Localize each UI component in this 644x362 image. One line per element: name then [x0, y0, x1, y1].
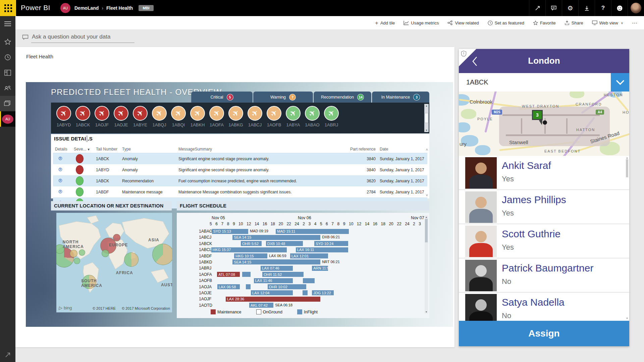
gantt-scrollbar[interactable]: ▲▼ — [425, 216, 428, 313]
flight-segment-inflight[interactable]: SYD 15:13 — [212, 229, 248, 234]
column-header-details[interactable]: Details — [53, 145, 72, 153]
aircraft-1ABCK[interactable]: ✈1ABCK — [75, 106, 90, 133]
collapse-expand-icon[interactable] — [0, 350, 15, 360]
aircraft-1ABYA[interactable]: ✈1ABYA — [286, 106, 301, 133]
aircraft-1ABCJ[interactable]: ✈1ABCJ — [248, 106, 262, 133]
issue-row[interactable]: 1ABCKAnomalySignificant engine second st… — [53, 153, 427, 165]
table-scroll-up-icon[interactable]: ˄ — [426, 147, 428, 152]
column-header-part-reference[interactable]: Part reference — [344, 145, 378, 153]
aircraft-1ABYE[interactable]: ✈1ABYE — [133, 106, 148, 133]
feedback-icon[interactable] — [545, 0, 562, 16]
issue-details-cell[interactable] — [53, 164, 72, 175]
column-header-seve-[interactable]: Seve... ▼ — [72, 145, 94, 153]
flight-segment-inflight[interactable]: SEA 14:15 — [232, 235, 320, 240]
issue-row[interactable]: 1ABCKRecommendationFuel consumption incr… — [53, 175, 427, 186]
london-map[interactable]: ColnbrookPOYLEWEST DRAYTONCRANFORDHESTON… — [459, 92, 629, 156]
workspaces-icon[interactable] — [0, 96, 15, 111]
aircraft-1ABKH[interactable]: ✈1ABKH — [190, 106, 205, 133]
shield-alert-icon[interactable] — [461, 51, 467, 58]
breadcrumb-page[interactable]: Fleet Health — [106, 5, 133, 11]
flight-segment-inflight[interactable]: HKG 10:15 — [234, 253, 267, 258]
issue-details-cell[interactable] — [53, 153, 72, 165]
fullscreen-icon[interactable] — [529, 0, 545, 16]
column-header-date[interactable]: Date — [378, 145, 427, 153]
aircraft-1AOJE[interactable]: ✈1AOJE — [114, 106, 128, 133]
flight-segment-maintenance[interactable]: ATL 07:08 — [217, 272, 240, 277]
aircraft-1AOJF[interactable]: ✈1AOJF — [95, 106, 109, 133]
location-bubble[interactable] — [74, 258, 80, 264]
people-scrollbar[interactable]: ▲▼ — [626, 157, 629, 319]
flight-segment-inflight[interactable]: OHR 10:02 — [268, 284, 306, 289]
status-tab-recommendation[interactable]: Recommendation14 — [314, 92, 371, 103]
action-view-related[interactable]: View related — [447, 20, 479, 25]
world-map[interactable]: NORTH AMERICAEUROPEASIAAFRICASOUTH AMERI… — [56, 213, 172, 312]
person-row[interactable]: James PhillipsYes — [459, 189, 629, 224]
column-header-type[interactable]: Type — [120, 145, 176, 153]
aircraft-selector[interactable]: 1ABCK — [459, 73, 629, 92]
flight-segment-ground[interactable]: LAX 06:59 — [269, 254, 286, 258]
download-icon[interactable] — [578, 0, 595, 16]
flight-segment-inflight[interactable]: LAX 06:58 — [217, 284, 240, 289]
action-favorite[interactable]: Favorite — [533, 20, 556, 25]
column-header-tail-number[interactable]: Tail Number — [94, 145, 120, 153]
flight-segment-inflight[interactable]: ARN 11:52 — [312, 266, 328, 271]
aircraft-1ABAO[interactable]: ✈1ABAO — [305, 106, 320, 133]
person-row[interactable]: Satya NadellaNo — [459, 292, 629, 321]
person-row[interactable]: Patrick BaumgartnerNo — [459, 258, 629, 292]
flight-segment-inflight[interactable]: SEA 14:15 — [232, 259, 320, 264]
status-tab-warning[interactable]: Warning7 — [253, 92, 313, 103]
location-bubble[interactable] — [124, 252, 139, 267]
fleet-strip-scrollbar[interactable]: ▲▼ — [424, 104, 429, 132]
settings-gear-icon[interactable]: ⚙ — [562, 0, 578, 16]
action-usage-metrics[interactable]: Usage metrics — [404, 20, 439, 25]
flight-segment-inflight[interactable] — [303, 278, 315, 283]
flight-segment-inflight[interactable] — [246, 284, 251, 289]
workspace-avatar[interactable]: AU — [60, 3, 70, 13]
flight-segment-inflight[interactable]: LAX 16:11 — [296, 247, 348, 252]
sidebar-workspace-avatar[interactable]: AU — [0, 111, 15, 127]
issues-scrollbar-thumb[interactable] — [86, 135, 88, 142]
aircraft-1ABRJ[interactable]: ✈1ABRJ — [324, 106, 339, 133]
status-tab-critical[interactable]: Critical5 — [191, 92, 253, 103]
flight-segment-ground[interactable]: MAD 09:19 — [250, 229, 268, 233]
issue-row[interactable]: 1ABDFMaintenance messageMaintenance Mess… — [53, 186, 427, 197]
shared-with-me-people-icon[interactable] — [0, 80, 15, 96]
recent-clock-icon[interactable] — [0, 50, 15, 65]
assign-button[interactable]: Assign — [459, 321, 629, 346]
action-more[interactable]: ⋯ — [632, 20, 638, 26]
flight-segment-inflight[interactable]: SYD 10:24 — [314, 241, 348, 246]
qna-input[interactable]: Ask a question about your data — [31, 34, 135, 43]
hamburger-menu-icon[interactable] — [0, 16, 15, 32]
person-row[interactable]: Scott GuthrieYes — [459, 224, 629, 258]
flight-segment-inflight[interactable]: JDG 13:22 — [312, 290, 334, 295]
flight-segment-inflight[interactable]: OHR 5:52 — [241, 241, 262, 246]
flight-schedule-chart[interactable]: Nov 05Nov 06Nov 07 567891012141618202224… — [177, 213, 429, 318]
flight-segment-inflight[interactable]: LAX 07:46 — [261, 266, 293, 271]
favorites-star-icon[interactable] — [0, 34, 15, 50]
chevron-down-icon[interactable] — [611, 73, 629, 92]
issue-details-cell[interactable] — [53, 175, 72, 186]
flight-segment-inflight[interactable]: OHR 11:52 — [262, 272, 304, 277]
smiley-icon[interactable] — [611, 0, 628, 16]
aircraft-1ABQJ[interactable]: ✈1ABQJ — [152, 106, 167, 133]
filter-sort-icon[interactable]: ▼ — [86, 148, 90, 151]
action-set-featured[interactable]: Set as featured — [488, 20, 524, 25]
flight-segment-inflight[interactable]: LAX 11:46 — [254, 278, 293, 283]
account-avatar[interactable] — [628, 0, 644, 16]
flight-segment-ground[interactable]: DXB 06:21 — [322, 235, 340, 239]
flight-segment-maintenance[interactable]: LAX 28:36 — [226, 297, 320, 302]
content-pane-icon[interactable] — [0, 65, 15, 80]
column-header-messagesummary[interactable]: MessageSummary — [176, 145, 344, 153]
breadcrumb-workspace[interactable]: DemoLand — [74, 5, 99, 11]
fleet-health-tile[interactable]: PREDICTED FLEET HEALTH - OVERVIEW Critic… — [26, 82, 453, 327]
flight-segment-inflight[interactable] — [303, 290, 308, 295]
location-bubble[interactable] — [102, 250, 109, 257]
location-bubble[interactable] — [70, 250, 77, 257]
flight-segment-inflight[interactable]: MAD 15:11 — [276, 229, 349, 234]
action-add-tile[interactable]: +Add tile — [375, 20, 395, 26]
map-marker[interactable]: 3 — [532, 110, 543, 120]
table-scroll-down-icon[interactable]: ˅ — [426, 193, 428, 197]
flight-segment-inflight[interactable]: AKL 07:42 — [249, 303, 273, 308]
issue-details-cell[interactable] — [53, 186, 72, 197]
help-icon[interactable]: ? — [595, 0, 611, 16]
